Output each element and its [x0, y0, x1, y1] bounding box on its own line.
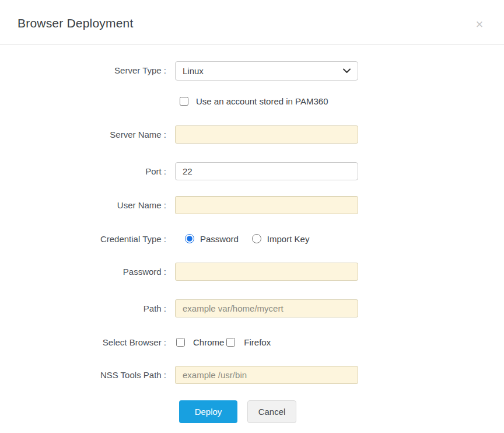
credential-type-row: Credential Type : Password Import Key: [0, 232, 504, 245]
server-type-selected-value: Linux: [183, 66, 204, 76]
server-type-select[interactable]: Linux: [175, 61, 358, 81]
select-browser-label: Select Browser :: [0, 337, 166, 348]
nss-tools-path-label: NSS Tools Path :: [0, 366, 166, 380]
close-icon[interactable]: ×: [471, 16, 488, 33]
credential-importkey-radio[interactable]: [252, 234, 261, 243]
port-input[interactable]: [175, 162, 358, 180]
pam-account-checkbox[interactable]: [180, 97, 188, 106]
credential-password-label: Password: [200, 234, 239, 244]
server-name-input[interactable]: [175, 125, 358, 144]
server-name-row: Server Name :: [0, 125, 504, 144]
chevron-down-icon: [343, 68, 351, 74]
user-name-row: User Name :: [0, 196, 504, 214]
dialog-footer: Deploy Cancel: [179, 400, 296, 423]
dialog-header: Browser Deployment ×: [0, 0, 504, 45]
path-row: Path :: [0, 299, 504, 317]
password-input[interactable]: [175, 263, 358, 281]
credential-type-label: Credential Type :: [0, 233, 166, 245]
pam-account-row: Use an account stored in PAM360: [0, 95, 504, 107]
port-label: Port :: [0, 162, 166, 177]
dialog-title: Browser Deployment: [18, 16, 134, 30]
credential-password-radio[interactable]: [185, 234, 194, 243]
server-type-row: Server Type : Linux: [0, 61, 504, 81]
user-name-label: User Name :: [0, 196, 166, 211]
pam-account-label: Use an account stored in PAM360: [196, 96, 328, 106]
password-label: Password :: [0, 263, 166, 277]
server-type-label: Server Type :: [0, 61, 166, 76]
credential-importkey-label: Import Key: [267, 234, 310, 244]
browser-firefox-label: Firefox: [244, 337, 271, 347]
path-label: Path :: [0, 299, 166, 314]
deploy-button[interactable]: Deploy: [179, 400, 237, 423]
browser-firefox-checkbox[interactable]: [226, 338, 235, 347]
browser-deployment-dialog: Browser Deployment × Server Type : Linux…: [0, 0, 504, 433]
password-row: Password :: [0, 263, 504, 281]
cancel-button[interactable]: Cancel: [247, 400, 296, 423]
browser-chrome-label: Chrome: [193, 337, 224, 347]
server-name-label: Server Name :: [0, 125, 166, 140]
path-input[interactable]: [175, 299, 358, 317]
browser-chrome-checkbox[interactable]: [176, 338, 185, 347]
nss-tools-path-row: NSS Tools Path :: [0, 366, 504, 384]
user-name-input[interactable]: [175, 196, 358, 214]
port-row: Port :: [0, 162, 504, 180]
nss-tools-path-input[interactable]: [175, 366, 358, 384]
select-browser-row: Select Browser : Chrome Firefox: [0, 336, 504, 348]
